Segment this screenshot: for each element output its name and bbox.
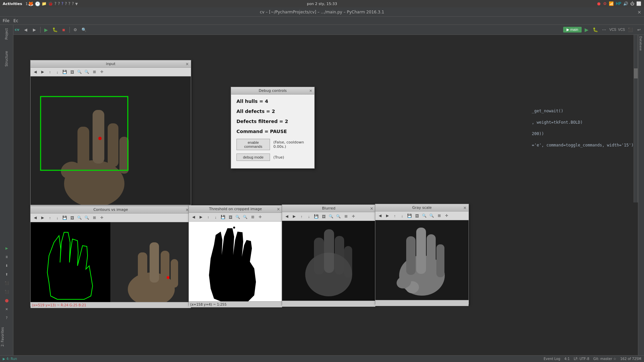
q1-icon[interactable]: ? (65, 1, 67, 6)
toolbar-forward-btn[interactable]: ▶ (31, 26, 38, 34)
sidebar-run-icon[interactable]: ▶ (1, 244, 12, 252)
toolbar-run-btn[interactable]: ▶ (43, 26, 50, 34)
threshold-down-btn[interactable]: ↓ (212, 214, 219, 221)
sidebar-step-icon[interactable]: ⬇ (1, 261, 12, 269)
sidebar-stepout-icon[interactable]: ⬆ (1, 270, 12, 278)
sidebar-structure-label[interactable]: Structure (4, 49, 9, 69)
sidebar-help-icon[interactable]: ? (1, 314, 12, 322)
menu-ec[interactable]: Ec (13, 18, 18, 23)
threshold-zoom-in-btn[interactable]: 🔍 (242, 214, 249, 221)
contours-down-btn[interactable]: ↓ (54, 215, 61, 221)
input-crosshair-btn[interactable]: ✛ (98, 69, 105, 75)
firefox-icon[interactable]: 🦊 (28, 1, 34, 6)
contours-crosshair-btn[interactable]: ✛ (98, 215, 105, 221)
blurred-zoom-out-btn[interactable]: 🔍 (328, 213, 334, 220)
menu-file[interactable]: File (3, 18, 9, 23)
sidebar-close-icon[interactable]: ✕ (1, 305, 12, 313)
enable-commands-btn[interactable]: enable commands (236, 139, 270, 150)
sidebar-project-label[interactable]: Project (4, 26, 9, 42)
grayscale-fit-btn[interactable]: ⊞ (436, 213, 442, 219)
input-down-btn[interactable]: ↓ (54, 69, 61, 75)
input-back-btn[interactable]: ◀ (32, 69, 39, 75)
run-btn[interactable]: ▶ (583, 26, 590, 34)
grayscale-zoom-in-btn[interactable]: 🔍 (428, 213, 435, 219)
toolbar-terminal-btn[interactable]: ⬛ (627, 26, 634, 34)
input-fit-btn[interactable]: ⊞ (91, 69, 98, 75)
run-status-label[interactable]: ▶ 4: Run (3, 357, 17, 361)
threshold-fit-btn[interactable]: ⊞ (249, 214, 256, 221)
bug-icon[interactable]: 🐞 (48, 1, 53, 6)
contours-zoom-in-btn[interactable]: 🔍 (84, 215, 90, 221)
blurred-up-btn[interactable]: ↑ (298, 213, 305, 220)
threshold-back-btn[interactable]: ◀ (190, 214, 197, 221)
blurred-fit-btn[interactable]: ⊞ (342, 213, 349, 220)
help2-icon[interactable]: ? (58, 1, 60, 6)
threshold-save-btn[interactable]: 💾 (220, 214, 226, 221)
sound-icon[interactable]: 🔊 (623, 1, 628, 6)
toolbar-vcs2-btn[interactable]: VCS (618, 26, 625, 34)
input-close-btn[interactable]: × (185, 62, 189, 66)
threshold-forward-btn[interactable]: ▶ (198, 214, 204, 221)
q3-icon[interactable]: ? (72, 1, 74, 6)
debug-mode-btn[interactable]: debug mode (236, 154, 270, 161)
input-zoom-out-btn[interactable]: 🔍 (76, 69, 83, 75)
input-zoom-in-btn[interactable]: 🔍 (84, 69, 90, 75)
sidebar-pause-icon[interactable]: ⏸ (1, 253, 12, 261)
file-icon[interactable]: 📁 (42, 1, 47, 6)
scrollbar-thumb[interactable] (634, 68, 638, 78)
sidebar-favorites-label[interactable]: 2: Favorites (0, 325, 5, 349)
pycharm-close-button[interactable]: × (637, 9, 641, 15)
toolbar-settings-btn[interactable]: ⚙ (72, 26, 79, 34)
grayscale-down-btn[interactable]: ↓ (399, 213, 406, 219)
threshold-close-btn[interactable]: × (277, 207, 280, 211)
blurred-img-btn[interactable]: 🖼 (320, 213, 327, 220)
toolbar-vcs1-btn[interactable]: VCS (609, 26, 616, 34)
event-log-label[interactable]: Event Log (544, 357, 560, 361)
run-config-btn[interactable]: ▶ main (563, 27, 582, 33)
blurred-save-btn[interactable]: 💾 (313, 213, 320, 220)
blurred-forward-btn[interactable]: ▶ (291, 213, 298, 220)
contours-fit-btn[interactable]: ⊞ (91, 215, 98, 221)
toolbar-more-btn[interactable]: ⋯ (600, 26, 608, 34)
blurred-down-btn[interactable]: ↓ (306, 213, 312, 220)
threshold-crosshair-btn[interactable]: ✛ (257, 214, 263, 221)
grayscale-forward-btn[interactable]: ▶ (384, 213, 391, 219)
toolbar-stop-btn[interactable]: ■ (60, 26, 67, 34)
sidebar-breakpoint-icon[interactable]: ⬤ (1, 296, 12, 304)
settings-icon[interactable]: ⚙ (603, 1, 607, 6)
grayscale-up-btn[interactable]: ↑ (391, 213, 398, 219)
input-img-btn[interactable]: 🖼 (69, 69, 75, 75)
threshold-up-btn[interactable]: ↑ (205, 214, 212, 221)
window-icon[interactable]: ⬜ (636, 1, 641, 6)
blurred-crosshair-btn[interactable]: ✛ (350, 213, 357, 220)
sidebar-tool1-icon[interactable]: ⬛ (1, 279, 12, 287)
input-up-btn[interactable]: ↑ (47, 69, 53, 75)
q2-icon[interactable]: ? (68, 1, 70, 6)
blurred-back-btn[interactable]: ◀ (283, 213, 290, 220)
dropdown-icon[interactable]: ▼ (75, 2, 78, 6)
clock-icon[interactable]: 🕐 (35, 1, 40, 6)
power-icon[interactable]: ⏻ (630, 1, 634, 6)
input-forward-btn[interactable]: ▶ (39, 69, 46, 75)
input-save-btn[interactable]: 💾 (61, 69, 68, 75)
help-icon[interactable]: ? (54, 1, 56, 6)
debug-close-btn[interactable]: × (309, 88, 312, 93)
contours-save-btn[interactable]: 💾 (61, 215, 68, 221)
contours-up-btn[interactable]: ↑ (47, 215, 53, 221)
contours-back-btn[interactable]: ◀ (32, 215, 39, 221)
editor-scrollbar[interactable] (634, 35, 638, 202)
toolbar-back-btn[interactable]: ◀ (22, 26, 30, 34)
toolbar-revert-btn[interactable]: ↩ (635, 26, 643, 34)
grayscale-back-btn[interactable]: ◀ (377, 213, 383, 219)
activities-label[interactable]: Activities (3, 2, 22, 6)
grayscale-zoom-out-btn[interactable]: 🔍 (421, 213, 428, 219)
threshold-img-btn[interactable]: 🖼 (227, 214, 234, 221)
sidebar-tool2-icon[interactable]: ⬛ (1, 288, 12, 296)
grayscale-save-btn[interactable]: 💾 (406, 213, 413, 219)
grayscale-crosshair-btn[interactable]: ✛ (443, 213, 450, 219)
grayscale-close-btn[interactable]: × (463, 206, 467, 210)
toolbar-search-btn[interactable]: 🔍 (80, 26, 88, 34)
contours-zoom-out-btn[interactable]: 🔍 (76, 215, 83, 221)
contours-img-btn[interactable]: 🖼 (69, 215, 75, 221)
right-sidebar-database-label[interactable]: Database (638, 35, 643, 52)
